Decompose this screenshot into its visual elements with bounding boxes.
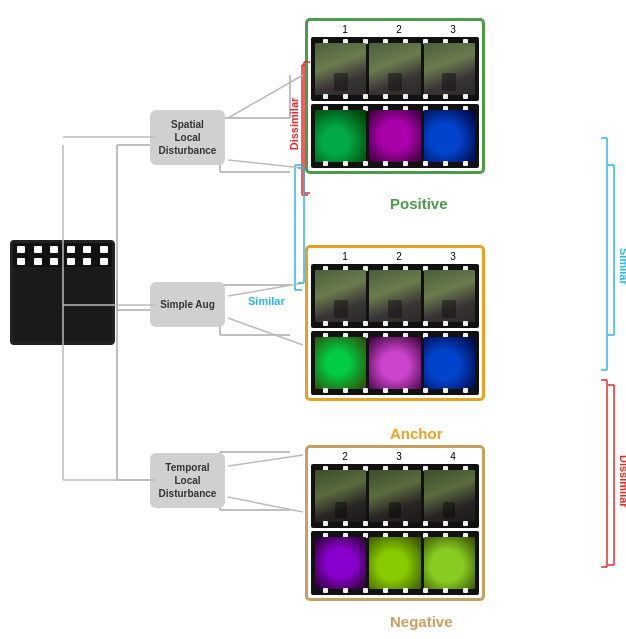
anchor-thermal-frame-1	[315, 337, 366, 389]
negative-title: Negative	[390, 613, 453, 630]
negative-thermal-frame-1	[315, 537, 366, 589]
negative-frame-1: 2	[319, 451, 371, 462]
similar-label-anchor: Similar	[248, 295, 285, 307]
positive-frame-2: 2	[373, 24, 425, 35]
negative-outdoor-frame-1	[315, 470, 366, 522]
anchor-thermal-frame-2	[369, 337, 420, 389]
positive-frame-3: 3	[427, 24, 479, 35]
negative-thermal-frame-2	[369, 537, 420, 589]
dissimilar-label-positive: Dissimilar	[288, 98, 300, 151]
temporal-local-disturbance-label: Temporal Local Disturbance	[150, 453, 225, 508]
anchor-frame-2: 2	[373, 251, 425, 262]
anchor-title: Anchor	[390, 425, 443, 442]
anchor-frame-3: 3	[427, 251, 479, 262]
diagram: Spatial Local Disturbance Simple Aug Tem…	[0, 0, 626, 639]
anchor-frame-1: 1	[319, 251, 371, 262]
positive-frame-1: 1	[319, 24, 371, 35]
anchor-outdoor-frame-2	[369, 270, 420, 322]
svg-line-37	[228, 497, 303, 512]
anchor-group: 1 2 3	[305, 245, 485, 401]
anchor-outdoor-row	[311, 264, 479, 328]
dissimilar-label-right: Dissimilar	[618, 455, 626, 508]
positive-thermal-frame-2	[369, 110, 420, 162]
negative-outdoor-row	[311, 464, 479, 528]
negative-frame-2: 3	[373, 451, 425, 462]
negative-group: 2 3 4	[305, 445, 485, 601]
positive-title: Positive	[390, 195, 448, 212]
anchor-outdoor-frame-1	[315, 270, 366, 322]
positive-outdoor-frame-3	[424, 43, 475, 95]
positive-outdoor-frame-2	[369, 43, 420, 95]
anchor-outdoor-frame-3	[424, 270, 475, 322]
negative-frame-3: 4	[427, 451, 479, 462]
positive-outdoor-frame-1	[315, 43, 366, 95]
anchor-thermal-row	[311, 331, 479, 395]
spatial-local-disturbance-label: Spatial Local Disturbance	[150, 110, 225, 165]
negative-outdoor-frame-2	[369, 470, 420, 522]
anchor-thermal-frame-3	[424, 337, 475, 389]
similar-label-right: Similar	[618, 248, 626, 285]
positive-thermal-row	[311, 104, 479, 168]
negative-outdoor-frame-3	[424, 470, 475, 522]
negative-thermal-frame-3	[424, 537, 475, 589]
svg-line-36	[228, 455, 303, 466]
svg-line-35	[228, 318, 303, 345]
simple-aug-label: Simple Aug	[150, 282, 225, 327]
positive-group: 1 2 3	[305, 18, 485, 174]
source-video[interactable]	[10, 240, 115, 345]
positive-outdoor-row	[311, 37, 479, 101]
positive-thermal-frame-1	[315, 110, 366, 162]
negative-thermal-row	[311, 531, 479, 595]
positive-thermal-frame-3	[424, 110, 475, 162]
svg-line-33	[228, 160, 303, 168]
